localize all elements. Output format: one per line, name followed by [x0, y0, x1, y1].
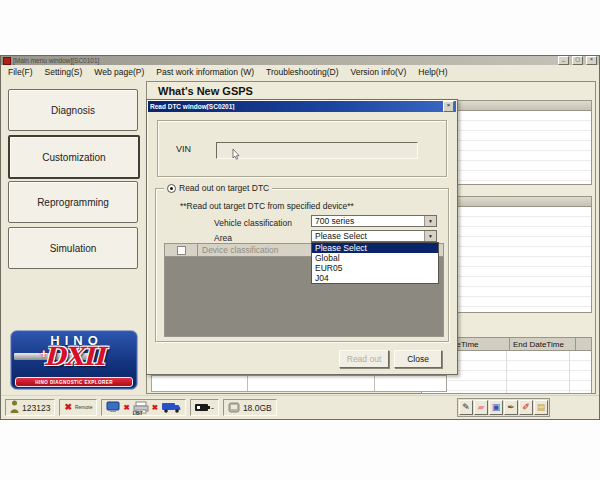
- panel-title: What's New GSPS: [158, 85, 253, 97]
- disk-panel: 18.0GB: [223, 399, 277, 416]
- user-panel: 123123: [5, 399, 55, 416]
- sidebar-button-simulation[interactable]: Simulation: [8, 227, 138, 269]
- memo-edit-button[interactable]: ✎: [459, 400, 473, 415]
- device-link-panel: ✖ LIST ✖: [101, 399, 186, 416]
- no-link-icon: ✖: [123, 403, 129, 412]
- user-id: 123123: [22, 403, 50, 413]
- pen-button[interactable]: ✒: [504, 400, 518, 415]
- minimize-button[interactable]: _: [558, 56, 569, 65]
- dialog-titlebar[interactable]: Read DTC window[SC0201] ×: [148, 101, 456, 112]
- area-select[interactable]: Please Select ▼: [311, 230, 437, 242]
- app-icon: [3, 57, 11, 65]
- area-dropdown-list: Please Select Global EUR05 J04: [311, 242, 439, 284]
- target-dtc-note: **Read out target DTC from specified dev…: [180, 201, 354, 211]
- remote-status-panel: ✖ Remote: [59, 399, 97, 416]
- eraser-button[interactable]: ▰: [474, 400, 488, 415]
- app-window: [Main menu window][SC0101] _ ▢ × File(F)…: [0, 55, 600, 420]
- list-label: LIST: [133, 411, 143, 416]
- window-titlebar[interactable]: [Main menu window][SC0101] _ ▢ ×: [1, 56, 599, 65]
- background-table-strip: [151, 375, 447, 392]
- close-button[interactable]: ×: [586, 56, 597, 65]
- area-label: Area: [214, 233, 232, 243]
- vin-input[interactable]: [216, 142, 418, 159]
- hino-dx2-logo: HINO + DXII HINO DIAGNOSTIC EXPLORER: [10, 330, 138, 390]
- remote-disconnected-icon: ✖: [64, 403, 72, 412]
- logo-tagline: HINO DIAGNOSTIC EXPLORER: [15, 377, 133, 387]
- sidebar-button-reprogramming[interactable]: Reprogramming: [8, 181, 138, 223]
- no-link-icon: ✖: [152, 403, 158, 412]
- disk-icon: [228, 401, 240, 415]
- disk-space: 18.0GB: [243, 403, 272, 413]
- area-option-j04[interactable]: J04: [312, 273, 438, 283]
- target-dtc-radio-row[interactable]: Read out on target DTC: [164, 183, 272, 193]
- radio-selected-icon[interactable]: [167, 184, 176, 193]
- area-option-global[interactable]: Global: [312, 253, 438, 263]
- red-pen-button[interactable]: ✐: [519, 400, 533, 415]
- dialog-close-button[interactable]: ×: [443, 101, 454, 112]
- sidebar-button-customization[interactable]: Customization: [8, 135, 140, 179]
- truck-icon: [161, 400, 181, 415]
- status-toolbar: ✎ ▰ ▣ ✒ ✐ ▤: [457, 398, 550, 417]
- statusbar: 123123 ✖ Remote ✖ LIST ✖: [1, 395, 599, 419]
- window-title: [Main menu window][SC0101]: [13, 56, 555, 65]
- column-extra: [576, 338, 591, 350]
- maximize-button[interactable]: ▢: [572, 56, 583, 65]
- vehicle-classification-value: 700 series: [312, 216, 424, 226]
- sidebar-button-diagnosis[interactable]: Diagnosis: [8, 89, 138, 131]
- target-dtc-groupbox: Read out on target DTC **Read out target…: [155, 188, 449, 342]
- menu-version-info[interactable]: Version info(V): [351, 67, 407, 77]
- vehicle-classification-label: Vehicle classification: [214, 218, 292, 228]
- vin-groupbox: VIN: [157, 120, 447, 177]
- battery-icon: [195, 404, 208, 411]
- save-button[interactable]: ▣: [489, 400, 503, 415]
- chevron-down-icon[interactable]: ▼: [424, 216, 436, 226]
- target-dtc-group-label: Read out on target DTC: [179, 183, 269, 193]
- menu-past-work[interactable]: Past work information (W): [156, 67, 254, 77]
- menubar: File(F) Setting(S) Web page(P) Past work…: [1, 65, 599, 79]
- column-end-datetime: End DateTime: [510, 338, 576, 350]
- mouse-cursor: [232, 146, 240, 164]
- read-out-button[interactable]: Read out: [339, 350, 389, 368]
- chevron-down-icon[interactable]: ▼: [424, 231, 436, 241]
- vin-label: VIN: [176, 144, 191, 154]
- pc-icon: [106, 401, 120, 415]
- battery-text: -: [211, 403, 214, 413]
- menu-troubleshooting[interactable]: Troubleshooting(D): [266, 67, 338, 77]
- area-option-please-select[interactable]: Please Select: [312, 243, 438, 253]
- close-dialog-button[interactable]: Close: [394, 350, 442, 368]
- printer-icon: LIST: [133, 401, 149, 414]
- menu-setting[interactable]: Setting(S): [45, 67, 83, 77]
- battery-panel: -: [190, 399, 219, 416]
- area-option-eur05[interactable]: EUR05: [312, 263, 438, 273]
- read-dtc-dialog: Read DTC window[SC0201] × VIN Read out o…: [146, 99, 458, 375]
- desktop: [Main menu window][SC0101] _ ▢ × File(F)…: [0, 0, 600, 480]
- menu-help[interactable]: Help(H): [418, 67, 447, 77]
- select-all-checkbox[interactable]: [177, 246, 186, 255]
- menu-file[interactable]: File(F): [8, 67, 33, 77]
- remote-label: Remote: [75, 405, 93, 410]
- vehicle-classification-select[interactable]: 700 series ▼: [311, 215, 437, 227]
- menu-webpage[interactable]: Web page(P): [94, 67, 144, 77]
- dialog-title: Read DTC window[SC0201]: [150, 103, 443, 110]
- main-content: Diagnosis Customization Reprogramming Si…: [1, 78, 599, 396]
- area-value: Please Select: [312, 231, 424, 241]
- logo-model-text: DXII: [11, 342, 137, 371]
- user-icon: [10, 400, 19, 415]
- folder-button[interactable]: ▤: [534, 400, 548, 415]
